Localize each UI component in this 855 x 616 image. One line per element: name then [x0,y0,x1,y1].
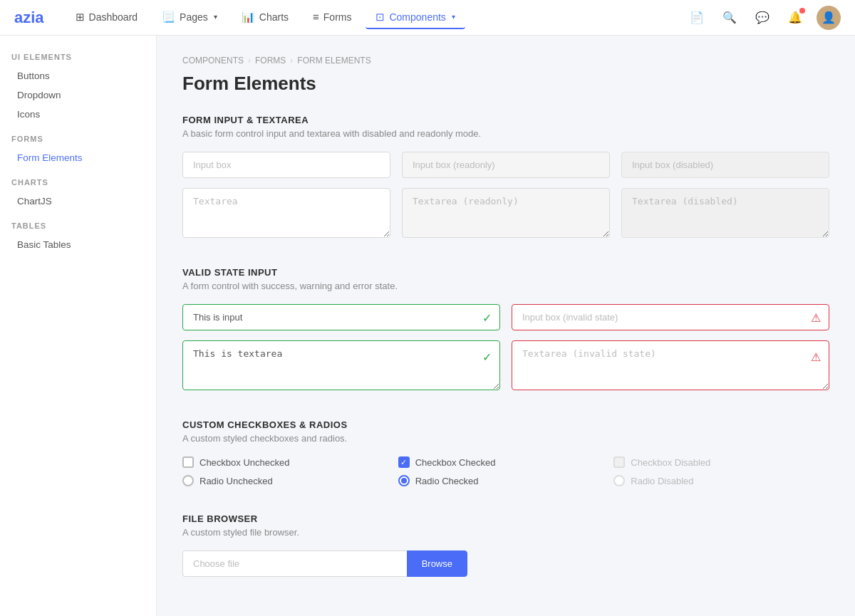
error-alert-icon: ⚠ [811,310,821,324]
check-radio-grid: Checkbox Unchecked Checkbox Checked Chec… [182,456,829,486]
section-valid-state: VALID STATE INPUT A form control with su… [182,267,829,392]
radio-disabled-label: Radio Disabled [631,476,693,486]
textarea-disabled-wrap [621,188,829,240]
checkbox-checked[interactable] [398,456,410,468]
breadcrumb-sep-1: › [248,56,251,66]
nav-item-dashboard[interactable]: Dashboard [66,6,148,29]
error-input[interactable] [512,304,829,330]
checkbox-unchecked[interactable] [182,456,194,468]
docs-icon[interactable] [685,6,708,29]
chat-icon[interactable] [751,6,774,29]
radio-unchecked-item[interactable]: Radio Unchecked [182,475,398,486]
avatar[interactable]: 👤 [817,6,841,30]
nav-right: 👤 [685,6,841,30]
notification-bell-icon[interactable] [784,6,807,29]
section-valid-heading: VALID STATE INPUT [182,267,829,278]
textarea-readonly-wrap [402,188,610,240]
section-file-heading: FILE BROWSER [182,513,829,524]
sidebar-item-icons[interactable]: Icons [11,105,145,123]
input-disabled-wrap [621,152,829,178]
nav-item-components[interactable]: Components ▾ [366,6,465,29]
checkbox-disabled [613,456,625,468]
nav-label-dashboard: Dashboard [89,11,138,23]
section-form-input-heading: FORM INPUT & TEXTAREA [182,115,829,125]
file-input[interactable] [182,550,407,577]
success-input-wrap: ✓ [182,304,500,330]
input-row-1 [182,152,829,178]
nav-links: Dashboard Pages ▾ Charts Forms Component… [66,6,685,29]
section-file-browser: FILE BROWSER A custom styled file browse… [182,513,829,577]
sidebar-item-dropdown[interactable]: Dropdown [11,86,145,104]
radio-checked-item[interactable]: Radio Checked [398,475,614,486]
components-chevron-icon: ▾ [452,13,455,21]
section-checkbox-desc: A custom styled checkboxes and radios. [182,433,829,444]
sidebar-section-forms: FORMS [11,135,145,143]
sidebar-item-basic-tables[interactable]: Basic Tables [11,236,145,254]
app-logo: azia [14,9,44,27]
sidebar-section-charts: CHARTS [11,178,145,187]
breadcrumb-forms: FORMS [255,56,286,66]
section-checkbox-heading: CUSTOM CHECKBOXES & RADIOS [182,419,829,430]
error-input-wrap: ⚠ [512,304,829,330]
error-textarea-alert-icon: ⚠ [811,350,821,364]
success-input[interactable] [182,304,500,330]
textarea-row-1 [182,188,829,240]
sidebar-section-tables: TABLES [11,221,145,230]
nav-label-charts: Charts [259,11,289,23]
section-form-input: FORM INPUT & TEXTAREA A basic form contr… [182,115,829,240]
radio-checked[interactable] [398,475,410,486]
valid-textarea-row: This is textarea ✓ ⚠ [182,340,829,392]
sidebar-item-chartjs[interactable]: ChartJS [11,192,145,210]
radio-disabled [613,475,625,486]
nav-label-forms: Forms [323,11,352,23]
breadcrumb-form-elements: FORM ELEMENTS [297,56,370,66]
pages-icon [162,11,175,24]
breadcrumb: COMPONENTS › FORMS › FORM ELEMENTS [182,56,829,66]
nav-item-forms[interactable]: Forms [303,6,361,29]
section-form-input-desc: A basic form control input and textarea … [182,128,829,139]
file-browser: Browse [182,550,467,577]
browse-button[interactable]: Browse [407,550,467,577]
sidebar: UI ELEMENTS Buttons Dropdown Icons FORMS… [0,36,157,616]
sidebar-item-form-elements[interactable]: Form Elements [11,149,145,167]
page-title: Form Elements [182,73,829,95]
forms-icon [313,11,319,23]
textarea-normal-wrap [182,188,390,240]
textarea-readonly [402,188,610,238]
layout: UI ELEMENTS Buttons Dropdown Icons FORMS… [0,0,855,616]
section-valid-desc: A form control with success, warning and… [182,281,829,291]
nav-item-charts[interactable]: Charts [232,6,299,29]
input-readonly-wrap [402,152,610,178]
success-textarea-check-icon: ✓ [482,350,492,364]
breadcrumb-components: COMPONENTS [182,56,244,66]
checkbox-disabled-label: Checkbox Disabled [631,457,710,468]
search-icon[interactable] [718,6,741,29]
main-content: COMPONENTS › FORMS › FORM ELEMENTS Form … [157,36,855,616]
nav-item-pages[interactable]: Pages ▾ [152,6,227,29]
success-check-icon: ✓ [482,310,492,324]
breadcrumb-sep-2: › [290,56,293,66]
input-normal[interactable] [182,152,390,178]
success-textarea-wrap: This is textarea ✓ [182,340,500,392]
radio-disabled-item: Radio Disabled [613,475,829,486]
nav-label-components: Components [389,11,445,23]
sidebar-section-ui-elements: UI ELEMENTS [11,53,145,61]
checkbox-disabled-item: Checkbox Disabled [613,456,829,468]
success-textarea[interactable]: This is textarea [182,340,500,390]
input-normal-wrap [182,152,390,178]
input-readonly [402,152,610,178]
error-textarea[interactable] [512,340,829,390]
charts-icon [242,11,255,24]
textarea-disabled [621,188,829,238]
checkbox-checked-item[interactable]: Checkbox Checked [398,456,614,468]
nav-label-pages: Pages [180,11,208,23]
input-disabled [621,152,829,178]
checkbox-unchecked-item[interactable]: Checkbox Unchecked [182,456,398,468]
checkbox-checked-label: Checkbox Checked [415,457,496,468]
error-textarea-wrap: ⚠ [512,340,829,392]
dashboard-icon [76,11,85,24]
radio-unchecked[interactable] [182,475,194,486]
components-icon [375,11,385,24]
sidebar-item-buttons[interactable]: Buttons [11,67,145,85]
textarea-normal[interactable] [182,188,390,238]
